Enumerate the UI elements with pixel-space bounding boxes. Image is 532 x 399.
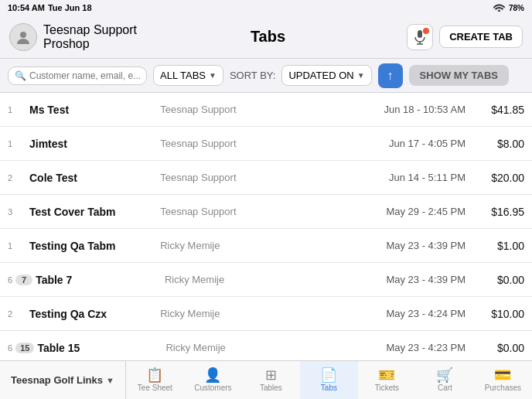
nav-item-tee-sheet[interactable]: 📋 Tee Sheet [126, 361, 184, 399]
row-badge-wrap: 6 15 [8, 343, 34, 353]
tab-name: Table 7 [32, 274, 165, 286]
row-badge-wrap: 1 [8, 105, 26, 114]
tab-name: Cole Test [26, 172, 160, 184]
tab-amount: $41.85 [478, 104, 524, 116]
badge-num: 6 [8, 275, 12, 285]
tab-amount: $16.95 [478, 206, 524, 218]
tab-name: Testing Qa Tabm [26, 240, 160, 252]
tab-date: Jun 17 - 4:05 PM [291, 138, 478, 149]
svg-rect-1 [418, 30, 422, 38]
tab-name: Table 15 [34, 342, 165, 354]
tabs-label: Tabs [321, 384, 337, 392]
tab-location: Ricky Memije [165, 342, 294, 353]
tabs-icon: 📄 [320, 368, 337, 382]
create-tab-button[interactable]: CREATE TAB [439, 26, 523, 48]
badge-num: 1 [8, 139, 12, 148]
sort-chevron-icon: ▼ [357, 71, 365, 80]
sort-dropdown[interactable]: UPDATED ON ▼ [281, 65, 371, 86]
row-badge-wrap: 1 [8, 139, 26, 148]
status-date: Tue Jun 18 [48, 3, 92, 12]
row-badge-wrap: 1 [8, 241, 26, 251]
avatar [9, 23, 37, 51]
tab-name: Ms Test [26, 104, 160, 116]
nav-item-customers[interactable]: 👤 Customers [184, 361, 242, 399]
header-right: CREATE TAB [399, 24, 523, 50]
row-badge-wrap: 2 [8, 173, 26, 182]
tab-location: Ricky Memije [165, 274, 294, 285]
nav-item-tickets[interactable]: 🎫 Tickets [358, 361, 416, 399]
sort-direction-icon: ↑ [387, 69, 394, 83]
tab-date: May 29 - 2:45 PM [291, 206, 478, 217]
search-field-wrap[interactable]: 🔍 [8, 66, 147, 85]
row-badge-wrap: 6 7 [8, 275, 32, 285]
badge-num: 1 [8, 241, 12, 251]
tab-location: Teesnap Support [160, 206, 291, 217]
show-my-tabs-button[interactable]: SHOW MY TABS [409, 65, 509, 86]
bottom-nav: Teesnap Golf Links ▼ 📋 Tee Sheet 👤 Custo… [0, 360, 532, 399]
purchases-label: Purchases [485, 384, 521, 392]
header-user-name: Teesnap Support [43, 23, 137, 37]
customers-label: Customers [194, 384, 231, 392]
tab-date: May 23 - 4:24 PM [291, 308, 478, 319]
table-row[interactable]: 3 Test Cover Tabm Teesnap Support May 29… [0, 195, 532, 229]
tab-amount: $1.00 [478, 240, 524, 252]
tee-sheet-label: Tee Sheet [138, 384, 172, 392]
purchases-icon: 💳 [494, 368, 511, 382]
header: Teesnap Support Proshop Tabs CREATE TAB [0, 15, 532, 59]
wifi-icon [493, 3, 505, 13]
table-row[interactable]: 1 Ms Test Teesnap Support Jun 18 - 10:53… [0, 93, 532, 127]
tab-date: May 23 - 4:23 PM [295, 342, 478, 353]
tickets-label: Tickets [375, 384, 399, 392]
tab-date: May 23 - 4:39 PM [294, 274, 478, 285]
header-left: Teesnap Support Proshop [9, 23, 137, 51]
nav-item-tabs[interactable]: 📄 Tabs [300, 361, 358, 399]
sort-direction-button[interactable]: ↑ [378, 63, 403, 88]
svg-point-0 [20, 32, 26, 38]
table-row[interactable]: 2 Cole Test Teesnap Support Jun 14 - 5:1… [0, 161, 532, 195]
all-tabs-dropdown[interactable]: ALL TABS ▼ [153, 65, 223, 86]
table-row[interactable]: 2 Testing Qa Czx Ricky Memije May 23 - 4… [0, 297, 532, 331]
table-row[interactable]: 1 Jimtest Teesnap Support Jun 17 - 4:05 … [0, 127, 532, 161]
tables-label: Tables [260, 384, 282, 392]
toolbar: 🔍 ALL TABS ▼ SORT BY: UPDATED ON ▼ ↑ SHO… [0, 59, 532, 93]
tab-name: Test Cover Tabm [26, 206, 160, 218]
tab-amount: $8.00 [478, 138, 524, 150]
tab-date: Jun 14 - 5:11 PM [291, 172, 478, 183]
nav-item-tables[interactable]: ⊞ Tables [242, 361, 300, 399]
tab-amount: $10.00 [478, 308, 524, 320]
badge-num: 3 [8, 207, 12, 217]
search-input[interactable] [29, 70, 140, 81]
nav-items-container: 📋 Tee Sheet 👤 Customers ⊞ Tables 📄 Tabs … [126, 361, 532, 399]
table-row[interactable]: 6 15 Table 15 Ricky Memije May 23 - 4:23… [0, 331, 532, 360]
tab-amount: $20.00 [478, 172, 524, 184]
nav-item-purchases[interactable]: 💳 Purchases [474, 361, 532, 399]
header-user-role: Proshop [43, 37, 137, 51]
page-title: Tabs [137, 28, 399, 46]
tab-location: Ricky Memije [160, 308, 291, 319]
badge-num: 2 [8, 309, 12, 319]
tabs-list: 1 Ms Test Teesnap Support Jun 18 - 10:53… [0, 93, 532, 360]
tab-location: Ricky Memije [160, 240, 291, 251]
nav-item-cart[interactable]: 🛒 Cart [416, 361, 474, 399]
mic-button[interactable] [407, 24, 433, 50]
table-row[interactable]: 6 7 Table 7 Ricky Memije May 23 - 4:39 P… [0, 263, 532, 297]
nav-logo-chevron-icon: ▼ [106, 376, 114, 385]
badge-table: 15 [15, 343, 34, 353]
badge-num: 1 [8, 105, 12, 114]
row-badge-wrap: 3 [8, 207, 26, 217]
tab-name: Testing Qa Czx [26, 308, 160, 320]
mic-status-dot [423, 28, 429, 34]
tab-amount: $0.00 [478, 342, 524, 354]
table-row[interactable]: 1 Testing Qa Tabm Ricky Memije May 23 - … [0, 229, 532, 263]
badge-table: 7 [15, 275, 32, 285]
all-tabs-chevron-icon: ▼ [209, 71, 217, 80]
tab-amount: $0.00 [478, 274, 524, 286]
customers-icon: 👤 [204, 368, 221, 382]
nav-logo-label: Teesnap Golf Links [11, 374, 103, 386]
nav-logo[interactable]: Teesnap Golf Links ▼ [0, 361, 126, 399]
tab-location: Teesnap Support [160, 138, 291, 149]
tab-location: Teesnap Support [160, 104, 291, 115]
badge-num: 6 [8, 343, 12, 353]
tee-sheet-icon: 📋 [146, 368, 163, 382]
row-badge-wrap: 2 [8, 309, 26, 319]
